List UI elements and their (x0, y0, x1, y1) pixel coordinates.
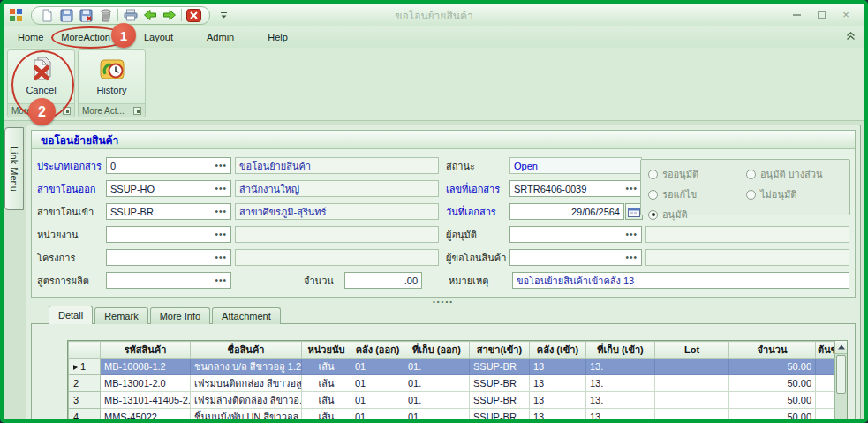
cell-unit[interactable]: เส้น (302, 392, 351, 409)
table-row[interactable]: 1 MB-10008-1.2 ชนกลาง บ/ล สีขาวอลู 1.2..… (69, 359, 834, 375)
cell-cost[interactable] (816, 409, 834, 423)
tab-help[interactable]: Help (259, 27, 297, 47)
col-branch-in[interactable]: สาขา(เข้า) (470, 342, 530, 359)
collapse-ribbon-icon[interactable] (846, 32, 856, 42)
approver-input[interactable] (509, 226, 642, 243)
cell-item-name[interactable]: เฟรมล่างติดกล่อง สีขาวอ... (191, 392, 302, 409)
col-item-code[interactable]: รหัสสินค้า (101, 342, 191, 359)
cell-warehouse-in[interactable]: 13 (530, 359, 586, 375)
scrollbar-thumb[interactable] (836, 355, 846, 394)
cell-item-code[interactable]: MB-13101-41405-2.0 (101, 392, 191, 409)
cell-warehouse-out[interactable]: 01 (351, 359, 404, 375)
close-button[interactable]: × (840, 10, 852, 20)
branch-in-input[interactable]: SSUP-BR (106, 203, 231, 220)
scroll-up-icon[interactable] (835, 341, 847, 354)
cell-warehouse-in[interactable]: 13 (530, 409, 586, 423)
maximize-button[interactable] (815, 10, 827, 20)
cell-quantity[interactable]: 50.00 (729, 409, 816, 423)
tab-remark[interactable]: Remark (94, 307, 148, 324)
splitter-handle[interactable] (31, 298, 856, 306)
lookup-ellipsis-icon[interactable] (625, 185, 638, 193)
toolbar-overflow-icon[interactable] (215, 7, 232, 24)
tab-more-info[interactable]: More Info (150, 307, 210, 324)
requester-input[interactable] (509, 249, 642, 266)
col-location-in[interactable]: ที่เก็บ (เข้า) (586, 342, 655, 359)
cell-branch-in[interactable]: SSUP-BR (470, 392, 530, 409)
col-location-out[interactable]: ที่เก็บ (ออก) (404, 342, 470, 359)
cell-lot[interactable] (655, 392, 729, 409)
cell-warehouse-out[interactable]: 01 (351, 392, 404, 409)
vertical-scrollbar[interactable] (834, 341, 847, 423)
col-warehouse-in[interactable]: คลัง (เข้า) (530, 342, 586, 359)
minimize-button[interactable] (790, 10, 803, 20)
tab-detail[interactable]: Detail (49, 306, 93, 324)
cell-location-out[interactable]: 01. (404, 392, 470, 409)
table-row[interactable]: 4 MMS-45022 ชิ้นบนมุ้งพับ UN สีขาวอล... … (69, 409, 834, 423)
cell-unit[interactable]: เส้น (302, 409, 351, 423)
cell-warehouse-in[interactable]: 13 (530, 375, 586, 392)
cell-location-in[interactable]: 13. (586, 392, 655, 409)
new-document-icon[interactable] (39, 7, 56, 24)
cell-location-in[interactable]: 13. (586, 409, 655, 423)
lookup-ellipsis-icon[interactable] (215, 254, 227, 261)
col-unit[interactable]: หน่วยนับ (302, 342, 351, 359)
col-warehouse-out[interactable]: คลัง (ออก) (351, 342, 404, 359)
radio-pending-edit[interactable]: รอแก้ไข (648, 186, 746, 202)
cell-cost[interactable] (816, 359, 834, 375)
dialog-launcher-icon[interactable] (63, 107, 71, 115)
doc-type-input[interactable]: 0 (106, 157, 231, 174)
cell-lot[interactable] (655, 359, 729, 375)
cell-location-out[interactable]: 01. (404, 409, 470, 423)
cell-item-code[interactable]: MB-10008-1.2 (101, 359, 191, 375)
cell-unit[interactable]: เส้น (302, 375, 351, 392)
radio-pending-approval[interactable]: รออนุมัติ (648, 166, 746, 182)
app-icon[interactable] (8, 7, 24, 23)
tab-home[interactable]: Home (9, 27, 52, 47)
cell-item-name[interactable]: ชิ้นบนมุ้งพับ UN สีขาวอล... (191, 409, 302, 423)
cell-location-in[interactable]: 13. (586, 359, 655, 375)
row-indicator[interactable]: 3 (69, 392, 101, 409)
cell-quantity[interactable]: 50.00 (729, 359, 816, 375)
tab-moreaction[interactable]: MoreAction (52, 27, 119, 47)
tab-admin[interactable]: Admin (198, 27, 243, 47)
col-item-name[interactable]: ชื่อสินค้า (191, 342, 302, 359)
col-indicator[interactable] (69, 342, 101, 359)
history-button[interactable]: History (83, 53, 141, 103)
radio-not-approved[interactable]: ไม่อนุมัติ (746, 186, 844, 202)
project-input[interactable] (106, 249, 231, 266)
cell-lot[interactable] (655, 375, 729, 392)
radio-approved[interactable]: อนุมัติ (648, 207, 746, 223)
cell-branch-in[interactable]: SSUP-BR (470, 359, 530, 375)
lookup-ellipsis-icon[interactable] (215, 277, 227, 284)
col-lot[interactable]: Lot (655, 342, 729, 359)
cell-cost[interactable] (816, 375, 834, 392)
forward-icon[interactable] (161, 7, 177, 24)
lookup-ellipsis-icon[interactable] (215, 185, 227, 193)
cancel-button[interactable]: Cancel (12, 53, 71, 103)
department-input[interactable] (106, 226, 231, 243)
cell-location-out[interactable]: 01. (404, 375, 470, 392)
table-row[interactable]: 2 MB-13001-2.0 เฟรมบนติดกล่อง สีขาวอลู..… (69, 375, 834, 392)
branch-out-input[interactable]: SSUP-HO (106, 180, 231, 197)
col-cost[interactable]: ต้นข (816, 342, 834, 359)
dialog-launcher-icon[interactable] (133, 107, 141, 115)
link-menu-tab[interactable]: Link Menu (4, 127, 24, 210)
save-close-icon[interactable] (78, 7, 94, 24)
table-row[interactable]: 3 MB-13101-41405-2.0 เฟรมล่างติดกล่อง สี… (69, 392, 834, 409)
lookup-ellipsis-icon[interactable] (215, 162, 227, 170)
row-indicator[interactable]: 2 (69, 375, 101, 392)
tab-layout[interactable]: Layout (135, 27, 182, 47)
cell-cost[interactable] (816, 392, 834, 409)
cell-item-name[interactable]: เฟรมบนติดกล่อง สีขาวอลู... (191, 375, 302, 392)
radio-partial-approval[interactable]: อนุมัติ บางส่วน (746, 166, 844, 182)
cell-quantity[interactable]: 50.00 (729, 375, 816, 392)
back-icon[interactable] (141, 7, 158, 24)
row-indicator[interactable]: 1 (69, 359, 101, 375)
cell-item-code[interactable]: MB-13001-2.0 (101, 375, 191, 392)
col-quantity[interactable]: จำนวน (729, 342, 816, 359)
cell-warehouse-out[interactable]: 01 (351, 375, 404, 392)
cell-item-name[interactable]: ชนกลาง บ/ล สีขาวอลู 1.2... (191, 359, 302, 375)
lookup-ellipsis-icon[interactable] (625, 254, 638, 261)
bom-input[interactable] (106, 272, 231, 289)
cell-branch-in[interactable]: SSUP-BR (470, 375, 530, 392)
